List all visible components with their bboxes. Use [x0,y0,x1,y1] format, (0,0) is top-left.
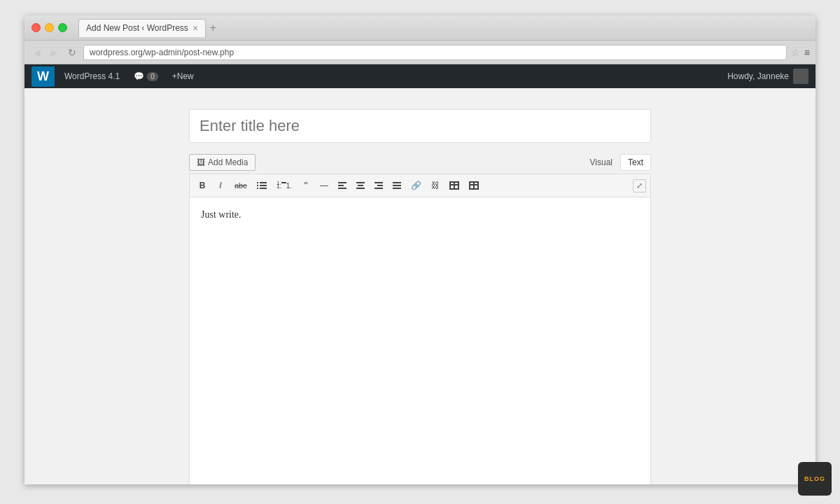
toolbar-justify[interactable] [388,179,405,192]
new-tab-button[interactable]: + [206,22,220,34]
toolbar-ol[interactable]: 1.1. 1. [272,178,296,193]
toolbar-strikethrough[interactable]: abc [230,178,251,192]
wp-main-content: 🖼 Add Media Visual Text B I abc [24,88,816,484]
editor-controls: 🖼 Add Media Visual Text [189,154,651,171]
add-media-icon: 🖼 [197,158,205,167]
tab-label: Add New Post ‹ WordPress [86,23,188,33]
svg-rect-15 [374,182,383,183]
corner-logo: BLOG [798,462,832,496]
svg-rect-10 [338,185,344,186]
tab-bar: Add New Post ‹ WordPress ✕ + [78,19,808,37]
toolbar-table2[interactable] [465,178,483,192]
svg-rect-13 [358,185,363,186]
svg-rect-19 [393,185,401,186]
browser-window: Add New Post ‹ WordPress ✕ + ◀ ▶ ↻ wordp… [24,15,816,484]
comments-icon: 💬 [134,71,144,81]
svg-rect-5 [260,188,267,189]
toolbar-blockquote[interactable]: " [298,177,314,194]
toolbar-bold[interactable]: B [194,178,211,193]
maximize-button[interactable] [58,23,67,32]
svg-rect-1 [260,182,267,183]
post-title-input[interactable] [189,109,651,143]
admin-bar-new[interactable]: + New [165,64,201,88]
toolbar-ul[interactable] [253,178,271,193]
admin-bar-site[interactable]: WordPress 4.1 [57,64,127,88]
wp-admin-bar: W WordPress 4.1 💬 0 + New Howdy, Janneke [24,64,816,88]
svg-rect-16 [377,185,383,186]
svg-rect-32 [469,188,479,190]
svg-rect-3 [260,185,267,186]
new-item-label: New [177,71,194,81]
back-button[interactable]: ◀ [30,46,43,59]
editor-textarea[interactable]: Just write. [190,197,650,484]
toolbar-unlink[interactable]: ⛓ [427,178,444,193]
svg-rect-11 [338,188,346,189]
svg-rect-31 [469,184,479,186]
svg-rect-7 [281,182,286,183]
admin-avatar[interactable] [793,69,808,84]
add-media-label: Add Media [208,158,248,167]
editor-area: Just write. [189,197,651,484]
toolbar-table1[interactable] [445,178,463,192]
browser-tab[interactable]: Add New Post ‹ WordPress ✕ [78,19,206,37]
howdy-text: Howdy, Janneke [727,71,789,81]
close-button[interactable] [31,23,41,32]
svg-rect-0 [257,182,258,183]
refresh-button[interactable]: ↻ [65,46,79,59]
admin-bar-comments[interactable]: 💬 0 [127,64,165,88]
tab-visual[interactable]: Visual [582,154,620,171]
svg-rect-14 [356,188,365,189]
svg-rect-17 [374,188,383,189]
tab-text[interactable]: Text [620,154,651,171]
post-editor: 🖼 Add Media Visual Text B I abc [189,109,651,484]
svg-rect-9 [338,182,346,183]
toolbar-link[interactable]: 🔗 [407,178,426,193]
comment-count: 0 [147,72,158,81]
toolbar-align-center[interactable] [352,179,369,192]
svg-text:1.: 1. [276,181,281,186]
address-bar[interactable]: wordpress.org/wp-admin/post-new.php [83,45,787,60]
svg-rect-26 [449,188,459,190]
svg-rect-4 [257,188,258,189]
forward-button[interactable]: ▶ [48,46,61,59]
tab-close-button[interactable]: ✕ [192,24,198,32]
nav-bar: ◀ ▶ ↻ wordpress.org/wp-admin/post-new.ph… [24,41,816,64]
title-bar: Add New Post ‹ WordPress ✕ + [24,15,816,41]
editor-tabs: Visual Text [582,154,651,171]
svg-rect-18 [393,182,401,183]
svg-rect-12 [356,182,365,183]
add-media-button[interactable]: 🖼 Add Media [189,154,255,171]
svg-rect-25 [449,184,459,186]
minimize-button[interactable] [45,23,54,32]
corner-logo-text: BLOG [804,475,825,483]
toolbar-hr[interactable]: — [316,178,332,193]
svg-rect-2 [257,185,258,186]
wp-logo[interactable]: W [31,66,55,87]
toolbar-align-left[interactable] [334,179,351,192]
editor-toolbar: B I abc 1.1. 1. " — [189,174,651,197]
url-display: wordpress.org/wp-admin/post-new.php [90,48,234,57]
toolbar-align-right[interactable] [370,179,387,192]
toolbar-italic[interactable]: I [212,178,229,193]
bookmark-icon[interactable]: ☆ [791,47,800,58]
site-label: WordPress 4.1 [64,71,120,81]
menu-icon[interactable]: ≡ [804,47,810,58]
svg-rect-20 [393,188,401,189]
admin-bar-howdy[interactable]: Howdy, Janneke [720,64,793,88]
new-item-icon: + [172,71,177,81]
toolbar-expand-button[interactable]: ⤢ [633,179,646,192]
